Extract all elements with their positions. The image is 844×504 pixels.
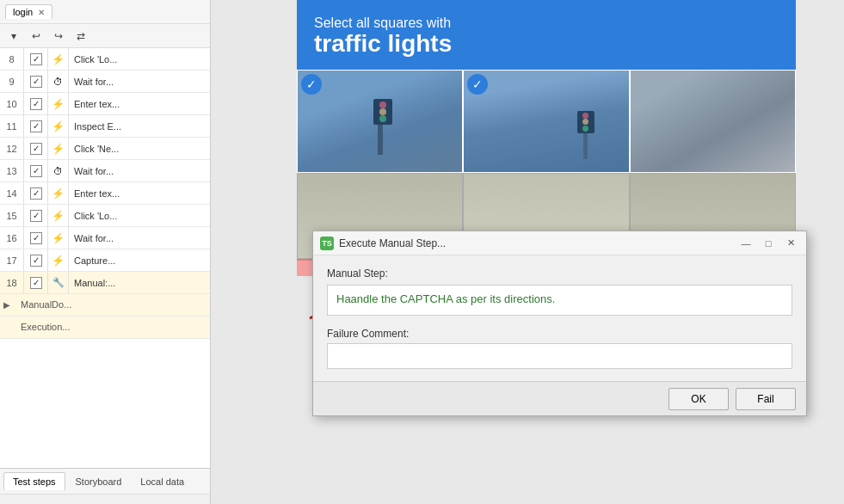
captcha-header: Select all squares with traffic lights [297,0,796,70]
steps-table: 8 ✓ ⚡ Click 'Lo... 9 ✓ ⏱ Wait for... 10 … [0,48,210,468]
step-checkbox[interactable]: ✓ [24,205,48,226]
step-checkbox[interactable]: ✓ [24,138,48,159]
table-row[interactable]: 18 ✓ 🔧 Manual:... [0,272,210,294]
expand-arrow-icon[interactable]: ▶ [0,300,14,310]
step-number: 11 [0,115,24,137]
step-text: Wait for... [69,71,210,92]
step-text: Enter tex... [69,182,210,204]
step-text: Wait for... [69,227,210,249]
dialog-icon: TS [320,237,334,250]
dialog-maximize-btn[interactable]: □ [760,235,777,252]
action-icon: ⚡ [48,115,69,137]
step-checkbox[interactable]: ✓ [24,160,48,181]
login-tab[interactable]: login ✕ [5,4,52,19]
undo-btn[interactable]: ↩ [28,28,45,45]
table-row[interactable]: 12 ✓ ⚡ Click 'Ne... [0,138,210,160]
table-row[interactable]: 9 ✓ ⏱ Wait for... [0,71,210,93]
step-text: Manual:... [69,272,210,293]
dialog-close-btn[interactable]: ✕ [782,235,799,252]
dropdown-btn[interactable]: ▾ [5,28,22,45]
execution-label: Execution... [14,317,77,339]
step-text: Click 'Lo... [69,205,210,226]
action-icon: ⚡ [48,227,69,249]
wrench-icon: 🔧 [48,272,69,293]
main-window: login ✕ ▾ ↩ ↪ ⇄ 8 ✓ ⚡ Click 'Lo... 9 ✓ ⏱… [0,0,211,504]
table-row[interactable]: 17 ✓ ⚡ Capture... [0,249,210,272]
table-row[interactable]: 10 ✓ ⚡ Enter tex... [0,93,210,115]
tab-label: login [13,7,33,17]
sub-row-label: ManualDo... [14,294,78,317]
horizontal-scrollbar[interactable] [0,494,210,504]
tab-test-steps[interactable]: Test steps [3,472,65,490]
expand-row[interactable]: ▶ ManualDo... [0,294,210,317]
step-number: 18 [0,272,24,293]
failure-comment-label: Failure Comment: [327,328,792,340]
step-number: 10 [0,93,24,114]
step-checkbox[interactable]: ✓ [24,272,48,293]
action-icon: ⚡ [48,138,69,159]
action-icon: ⚡ [48,205,69,226]
manual-step-text: Haandle the CAPTCHA as per its direction… [327,285,792,316]
captcha-subtitle: Select all squares with [314,15,779,31]
wait-icon: ⏱ [48,71,69,92]
ok-button[interactable]: OK [668,388,729,410]
step-number: 16 [0,227,24,249]
dialog-minimize-btn[interactable]: — [737,235,755,252]
step-text: Inspect E... [69,115,210,137]
tab-close-icon[interactable]: ✕ [38,8,45,17]
step-checkbox[interactable]: ✓ [24,93,48,114]
captcha-title: traffic lights [314,31,779,58]
dialog-titlebar: TS Execute Manual Step... — □ ✕ [313,231,806,255]
action-icon: ⚡ [48,182,69,204]
check-1: ✓ [301,74,322,95]
step-checkbox[interactable]: ✓ [24,182,48,204]
table-row[interactable]: 14 ✓ ⚡ Enter tex... [0,182,210,205]
manual-step-label: Manual Step: [327,267,792,280]
captcha-image-1[interactable]: ✓ [297,70,463,173]
step-text: Capture... [69,249,210,271]
captcha-image-3[interactable] [630,70,796,173]
step-text: Wait for... [69,160,210,181]
tab-local-data[interactable]: Local data [132,473,193,490]
table-row[interactable]: 16 ✓ ⚡ Wait for... [0,227,210,249]
bottom-tabs: Test steps Storyboard Local data [0,468,210,494]
step-checkbox[interactable]: ✓ [24,48,48,70]
captcha-top-images: ✓ ✓ [297,70,796,173]
table-row[interactable]: 11 ✓ ⚡ Inspect E... [0,115,210,138]
step-checkbox[interactable]: ✓ [24,115,48,137]
wait-icon: ⏱ [48,160,69,181]
check-2: ✓ [467,74,488,95]
execution-row[interactable]: Execution... [0,317,210,339]
step-checkbox[interactable]: ✓ [24,249,48,271]
dialog-body: Manual Step: Haandle the CAPTCHA as per … [313,255,806,381]
captcha-image-2[interactable]: ✓ [463,70,629,173]
step-checkbox[interactable]: ✓ [24,71,48,92]
step-text: Click 'Lo... [69,48,210,70]
fail-button[interactable]: Fail [736,388,796,410]
step-checkbox[interactable]: ✓ [24,227,48,249]
step-number: 9 [0,71,24,92]
title-bar: login ✕ [0,0,210,24]
dialog-footer: OK Fail [313,381,806,415]
failure-comment-input[interactable] [327,343,792,369]
toolbar: ▾ ↩ ↪ ⇄ [0,24,210,48]
action-icon: ⚡ [48,93,69,114]
table-row[interactable]: 13 ✓ ⏱ Wait for... [0,160,210,182]
step-number: 12 [0,138,24,159]
table-row[interactable]: 8 ✓ ⚡ Click 'Lo... [0,48,210,71]
action-icon: ⚡ [48,249,69,271]
tab-storyboard[interactable]: Storyboard [67,473,131,490]
redo-btn[interactable]: ↪ [50,28,67,45]
action-icon: ⚡ [48,48,69,70]
swap-btn[interactable]: ⇄ [72,28,89,45]
step-text: Enter tex... [69,93,210,114]
step-number: 15 [0,205,24,226]
step-number: 14 [0,182,24,204]
step-number: 17 [0,249,24,271]
table-row[interactable]: 15 ✓ ⚡ Click 'Lo... [0,205,210,227]
step-number: 8 [0,48,24,70]
dialog-title: Execute Manual Step... [339,237,732,249]
step-number: 13 [0,160,24,181]
step-text: Click 'Ne... [69,138,210,159]
execute-manual-step-dialog: TS Execute Manual Step... — □ ✕ Manual S… [312,230,807,416]
